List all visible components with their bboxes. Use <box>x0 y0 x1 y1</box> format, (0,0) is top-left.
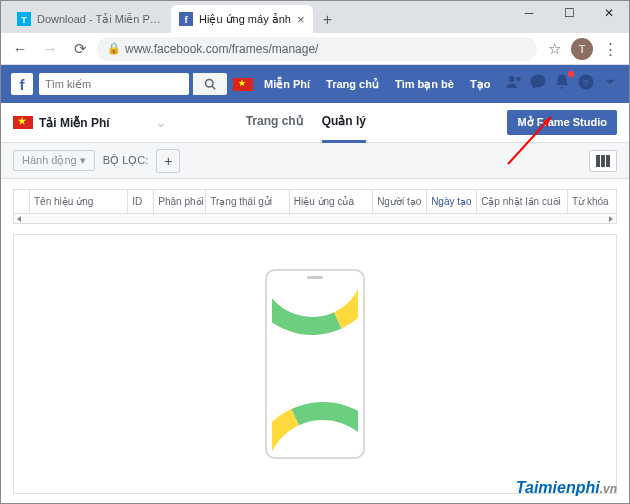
svg-line-5 <box>212 86 215 89</box>
address-bar[interactable]: 🔒 www.facebook.com/frames/manage/ <box>97 37 537 61</box>
svg-text:?: ? <box>583 77 589 88</box>
col-effect-of[interactable]: Hiệu ứng của <box>290 190 373 213</box>
svg-point-6 <box>509 76 515 82</box>
chevron-down-icon: ⌄ <box>156 116 166 130</box>
vietnam-flag-icon <box>13 116 33 129</box>
browser-tab-2[interactable]: f Hiệu ứng máy ảnh × <box>171 5 313 33</box>
browser-toolbar: ← → ⟳ 🔒 www.facebook.com/frames/manage/ … <box>1 33 629 65</box>
svg-rect-12 <box>606 155 610 167</box>
filter-bar: Hành động ▾ BỘ LỌC: + <box>1 143 629 179</box>
col-id[interactable]: ID <box>128 190 154 213</box>
rainbow-frame-top <box>272 285 358 355</box>
friend-requests-icon[interactable] <box>505 73 523 95</box>
page-selector[interactable]: Tải Miễn Phí ⌄ <box>13 116 166 130</box>
nav-mienphi[interactable]: Miễn Phí <box>259 78 315 91</box>
reload-button[interactable]: ⟳ <box>67 36 93 62</box>
vietnam-flag-icon <box>233 78 253 91</box>
preview-area <box>13 234 617 494</box>
dropdown-icon[interactable] <box>601 73 619 95</box>
search-button[interactable] <box>193 73 227 95</box>
table-header: Tên hiệu ứng ID Phân phối Trạng thái gửi… <box>13 189 617 214</box>
horizontal-scrollbar[interactable] <box>13 214 617 224</box>
svg-text:T: T <box>21 14 27 25</box>
notifications-icon[interactable] <box>553 73 571 95</box>
back-button[interactable]: ← <box>7 36 33 62</box>
svg-point-7 <box>516 77 521 82</box>
col-creator[interactable]: Người tạo <box>373 190 427 213</box>
browser-titlebar: T Download - Tải Miễn Phí VN - Ph f Hiệu… <box>1 1 629 33</box>
tab-favicon-fb: f <box>179 12 193 26</box>
close-button[interactable]: ✕ <box>589 1 629 25</box>
col-keyword[interactable]: Từ khóa <box>568 190 616 213</box>
forward-button[interactable]: → <box>37 36 63 62</box>
url-text: www.facebook.com/frames/manage/ <box>125 42 318 56</box>
facebook-logo[interactable]: f <box>11 73 33 95</box>
phone-screen <box>272 285 358 452</box>
lock-icon: 🔒 <box>107 42 119 55</box>
svg-rect-10 <box>596 155 600 167</box>
col-status[interactable]: Trạng thái gửi <box>206 190 289 213</box>
view-toggle-button[interactable] <box>589 150 617 172</box>
nav-find-friends[interactable]: Tìm bạn bè <box>390 78 459 91</box>
action-dropdown[interactable]: Hành động ▾ <box>13 150 95 171</box>
subtabs: Trang chủ Quản lý <box>246 102 366 143</box>
filter-label: BỘ LỌC: <box>103 154 149 167</box>
maximize-button[interactable]: ☐ <box>549 1 589 25</box>
menu-button[interactable]: ⋮ <box>597 36 623 62</box>
search-box[interactable] <box>39 73 189 95</box>
nav-create[interactable]: Tạo <box>465 78 495 91</box>
tab-title: Download - Tải Miễn Phí VN - Ph <box>37 13 161 26</box>
tab-favicon-t: T <box>17 12 31 26</box>
star-button[interactable]: ☆ <box>541 36 567 62</box>
messenger-icon[interactable] <box>529 73 547 95</box>
facebook-header: f Miễn Phí Trang chủ Tìm bạn bè Tạo ? <box>1 65 629 103</box>
tab-close-icon[interactable]: × <box>297 12 305 27</box>
columns-icon <box>596 155 610 167</box>
open-frame-studio-button[interactable]: Mở Frame Studio <box>507 110 617 135</box>
tab-title: Hiệu ứng máy ảnh <box>199 13 291 26</box>
page-subheader: Tải Miễn Phí ⌄ Trang chủ Quản lý Mở Fram… <box>1 103 629 143</box>
phone-mockup <box>265 269 365 459</box>
new-tab-button[interactable]: + <box>315 7 341 33</box>
rainbow-frame-bottom <box>272 381 358 452</box>
col-dist[interactable]: Phân phối <box>154 190 206 213</box>
svg-rect-11 <box>601 155 605 167</box>
col-name[interactable]: Tên hiệu ứng <box>30 190 128 213</box>
nav-home[interactable]: Trang chủ <box>321 78 384 91</box>
col-updated[interactable]: Cập nhật lần cuối <box>477 190 568 213</box>
help-icon[interactable]: ? <box>577 73 595 95</box>
window-controls: ─ ☐ ✕ <box>509 1 629 33</box>
minimize-button[interactable]: ─ <box>509 1 549 25</box>
page-name: Tải Miễn Phí <box>39 116 110 130</box>
col-created[interactable]: Ngày tạo <box>427 190 477 213</box>
header-icons: ? <box>505 73 619 95</box>
svg-point-4 <box>206 80 214 88</box>
add-filter-button[interactable]: + <box>156 149 180 173</box>
browser-tab-1[interactable]: T Download - Tải Miễn Phí VN - Ph <box>9 5 169 33</box>
col-checkbox[interactable] <box>14 190 30 213</box>
tab-home[interactable]: Trang chủ <box>246 102 304 143</box>
search-input[interactable] <box>45 78 183 90</box>
tab-manage[interactable]: Quản lý <box>322 102 366 143</box>
search-icon <box>204 78 216 90</box>
profile-avatar[interactable]: T <box>571 38 593 60</box>
